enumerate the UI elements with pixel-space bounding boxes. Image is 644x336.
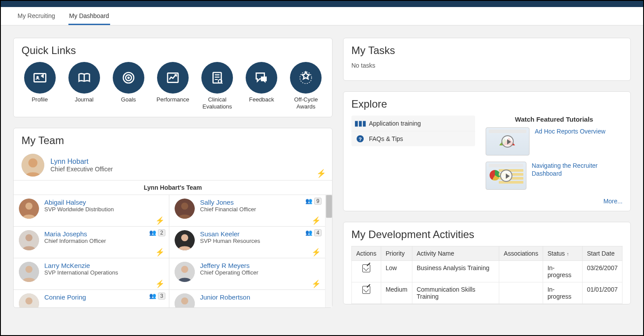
dev-activities-card: My Development Activities Actions Priori…	[343, 222, 631, 304]
avatar	[19, 262, 39, 282]
ql-profile[interactable]: Profile	[21, 62, 58, 111]
bolt-icon[interactable]: ⚡	[311, 279, 321, 289]
dev-activities-title: My Development Activities	[351, 228, 623, 241]
tutorial-item[interactable]: Navigating the Recruiter Dashboard	[486, 162, 623, 190]
cell-activity: Communication Skills Training	[412, 282, 499, 304]
member-title: Chief Information Officer	[44, 238, 106, 244]
reports-badge[interactable]: 👥9	[305, 198, 322, 205]
ql-goals[interactable]: Goals	[110, 62, 147, 111]
my-tasks-card: My Tasks No tasks	[343, 38, 631, 81]
col-status[interactable]: Status↑	[543, 246, 582, 261]
ql-feedback[interactable]: Feedback	[243, 62, 280, 111]
tab-my-recruiting[interactable]: My Recruiting	[17, 7, 56, 25]
member-name[interactable]: Jeffery R Meyers	[200, 262, 258, 269]
team-member[interactable]: Susan Keeler SVP Human Resources 👥4 ⚡	[169, 227, 325, 258]
team-manager-row[interactable]: Lynn Hobart Chief Executive Officer ⚡	[14, 152, 332, 180]
reports-count: 2	[158, 229, 165, 236]
cell-status: In-progress	[543, 261, 582, 282]
team-label: Lynn Hobart's Team	[14, 180, 332, 195]
ql-label: Performance	[154, 96, 191, 103]
ql-clinical-evaluations[interactable]: Clinical Evaluations	[199, 62, 236, 111]
ql-journal[interactable]: Journal	[66, 62, 102, 111]
ql-offcycle-awards[interactable]: Off-Cycle Awards	[288, 62, 324, 111]
tutorial-thumb	[486, 162, 526, 190]
more-link[interactable]: More...	[486, 196, 623, 205]
bolt-icon[interactable]: ⚡	[155, 248, 165, 257]
bolt-icon[interactable]: ⚡	[316, 169, 326, 178]
svg-point-12	[25, 202, 32, 210]
bolt-icon[interactable]: ⚡	[311, 248, 321, 257]
explore-item-label: Application training	[369, 120, 421, 127]
manager-name[interactable]: Lynn Hobart	[50, 158, 113, 166]
tutorial-link[interactable]: Ad Hoc Reports Overview	[535, 127, 605, 155]
reports-badge[interactable]: 👥3	[149, 293, 165, 300]
explore-item-application-training[interactable]: ▮▮▮ Application training	[351, 116, 475, 131]
member-title: Chief Financial Officer	[200, 206, 256, 213]
col-associations[interactable]: Associations	[499, 246, 543, 261]
reports-badge[interactable]: 👥4	[305, 229, 322, 236]
team-member[interactable]: Connie Poring 👥3	[14, 290, 169, 307]
ql-performance[interactable]: Performance	[154, 62, 191, 111]
member-name[interactable]: Junior Robertson	[200, 293, 250, 301]
goals-icon	[113, 62, 144, 94]
tutorial-thumb	[486, 127, 530, 155]
svg-point-24	[25, 297, 32, 304]
reports-icon: 👥	[149, 293, 156, 299]
cell-associations	[499, 282, 543, 304]
reports-count: 3	[158, 293, 165, 300]
avatar	[19, 199, 39, 219]
bolt-icon[interactable]: ⚡	[155, 279, 165, 289]
team-member[interactable]: Maria Josephs Chief Information Officer …	[14, 227, 169, 258]
tab-my-dashboard[interactable]: My Dashboard	[68, 7, 110, 25]
member-title: Chief Operating Officer	[200, 269, 258, 276]
team-member[interactable]: Sally Jones Chief Financial Officer 👥9 ⚡	[169, 195, 325, 227]
performance-icon	[157, 62, 189, 94]
col-activity[interactable]: Activity Name	[412, 246, 499, 261]
svg-rect-0	[34, 74, 46, 82]
team-member[interactable]: Jeffery R Meyers Chief Operating Officer…	[169, 258, 325, 290]
avatar	[175, 199, 195, 219]
explore-item-faqs-tips[interactable]: ? FAQs & Tips	[351, 131, 475, 146]
award-icon	[290, 62, 322, 94]
sort-asc-icon: ↑	[567, 251, 569, 257]
svg-point-18	[181, 234, 188, 241]
bolt-icon[interactable]: ⚡	[155, 216, 165, 225]
col-startdate[interactable]: Start Date	[582, 246, 622, 261]
tab-bar: My Recruiting My Dashboard	[1, 7, 643, 25]
col-priority[interactable]: Priority	[381, 246, 412, 261]
avatar	[19, 230, 39, 250]
table-row: Low Business Analysis Training In-progre…	[352, 261, 623, 282]
avatar	[21, 154, 44, 177]
col-actions[interactable]: Actions	[352, 246, 381, 261]
member-name[interactable]: Larry McKenzie	[44, 262, 118, 269]
tasks-empty-text: No tasks	[351, 62, 623, 74]
svg-rect-6	[213, 72, 222, 83]
scrollbar-thumb[interactable]	[326, 195, 332, 218]
team-member[interactable]: Junior Robertson	[169, 290, 325, 307]
team-member[interactable]: Larry McKenzie SVP International Operati…	[14, 258, 169, 290]
member-name[interactable]: Susan Keeler	[200, 230, 260, 238]
tutorial-item[interactable]: Ad Hoc Reports Overview	[486, 127, 623, 155]
reports-badge[interactable]: 👥2	[149, 229, 165, 236]
team-member[interactable]: Abigail Halsey SVP Worldwide Distributio…	[14, 195, 169, 227]
svg-point-26	[181, 297, 188, 304]
cell-priority: Medium	[381, 282, 412, 304]
reports-icon: 👥	[305, 198, 312, 204]
member-name[interactable]: Sally Jones	[200, 199, 256, 206]
member-name[interactable]: Connie Poring	[44, 293, 86, 301]
quick-links-row: Profile Journal Goals	[21, 62, 324, 111]
tutorial-link[interactable]: Navigating the Recruiter Dashboard	[532, 162, 623, 190]
team-scrollbar[interactable]	[325, 195, 332, 307]
edit-icon[interactable]	[362, 286, 370, 294]
avatar	[19, 293, 39, 307]
team-grid-wrap: Abigail Halsey SVP Worldwide Distributio…	[14, 195, 332, 307]
bolt-icon[interactable]: ⚡	[311, 216, 321, 225]
member-name[interactable]: Maria Josephs	[44, 230, 106, 238]
edit-icon[interactable]	[362, 264, 370, 272]
my-tasks-title: My Tasks	[351, 44, 623, 57]
member-title: SVP Human Resources	[200, 238, 260, 244]
profile-icon	[24, 62, 56, 94]
svg-point-1	[36, 76, 38, 78]
member-name[interactable]: Abigail Halsey	[44, 199, 114, 206]
svg-text:?: ?	[358, 136, 361, 142]
